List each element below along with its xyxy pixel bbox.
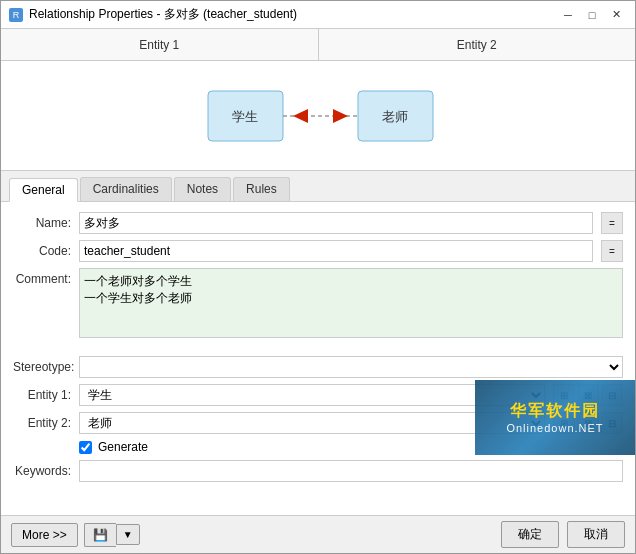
bottom-right: 确定 取消 — [501, 521, 625, 548]
keywords-row: Keywords: — [13, 460, 623, 482]
entity-header: Entity 1 Entity 2 — [1, 29, 635, 61]
title-bar: R Relationship Properties - 多对多 (teacher… — [1, 1, 635, 29]
code-input[interactable] — [79, 240, 593, 262]
name-row: Name: = — [13, 212, 623, 234]
comment-textarea[interactable]: 一个老师对多个学生 一个学生对多个老师 — [79, 268, 623, 338]
save-btn-group: 💾 ▼ — [84, 523, 140, 547]
window-icon: R — [9, 8, 23, 22]
entity1-header: Entity 1 — [1, 29, 319, 60]
tab-notes[interactable]: Notes — [174, 177, 231, 201]
entity1-label: Entity 1: — [13, 384, 71, 402]
save-button[interactable]: 💾 — [84, 523, 116, 547]
watermark: 华军软件园 Onlinedown.NET — [475, 380, 635, 455]
entity2-label: Entity 2: — [13, 412, 71, 430]
save-dropdown-button[interactable]: ▼ — [116, 524, 140, 545]
tab-cardinalities[interactable]: Cardinalities — [80, 177, 172, 201]
tab-general[interactable]: General — [9, 178, 78, 202]
svg-marker-3 — [293, 109, 308, 123]
more-button[interactable]: More >> — [11, 523, 78, 547]
keywords-input[interactable] — [79, 460, 623, 482]
title-bar-controls: ─ □ ✕ — [557, 5, 627, 25]
stereotype-select[interactable] — [79, 356, 623, 378]
comment-label: Comment: — [13, 268, 71, 286]
name-extra-btn[interactable]: = — [601, 212, 623, 234]
bottom-bar: More >> 💾 ▼ 确定 取消 — [1, 515, 635, 553]
window-title: Relationship Properties - 多对多 (teacher_s… — [29, 6, 297, 23]
maximize-button[interactable]: □ — [581, 5, 603, 25]
minimize-button[interactable]: ─ — [557, 5, 579, 25]
generate-checkbox[interactable] — [79, 441, 92, 454]
stereotype-label: Stereotype: — [13, 356, 71, 374]
relationship-diagram: 学生 老师 — [128, 71, 508, 161]
diagram-svg: 学生 老师 — [21, 71, 615, 160]
generate-label: Generate — [98, 440, 148, 454]
stereotype-row: Stereotype: — [13, 356, 623, 378]
tab-rules[interactable]: Rules — [233, 177, 290, 201]
save-icon: 💾 — [93, 528, 108, 542]
entity2-header: Entity 2 — [319, 29, 636, 60]
keywords-label: Keywords: — [13, 460, 71, 478]
main-window: R Relationship Properties - 多对多 (teacher… — [0, 0, 636, 554]
svg-text:学生: 学生 — [232, 109, 258, 124]
name-input[interactable] — [79, 212, 593, 234]
ok-button[interactable]: 确定 — [501, 521, 559, 548]
svg-text:老师: 老师 — [382, 109, 408, 124]
diagram-area: 学生 老师 — [1, 61, 635, 171]
title-bar-left: R Relationship Properties - 多对多 (teacher… — [9, 6, 297, 23]
comment-row: Comment: 一个老师对多个学生 一个学生对多个老师 — [13, 268, 623, 338]
watermark-line2: Onlinedown.NET — [506, 422, 603, 434]
svg-marker-4 — [333, 109, 348, 123]
close-button[interactable]: ✕ — [605, 5, 627, 25]
name-label: Name: — [13, 212, 71, 230]
code-row: Code: = — [13, 240, 623, 262]
tabs-bar: General Cardinalities Notes Rules — [1, 171, 635, 202]
code-label: Code: — [13, 240, 71, 258]
form-area: Name: = Code: = Comment: 一个老师对多个学生 一个学生对… — [1, 202, 635, 515]
code-extra-btn[interactable]: = — [601, 240, 623, 262]
bottom-left: More >> 💾 ▼ — [11, 523, 140, 547]
watermark-line1: 华军软件园 — [510, 401, 600, 422]
spacer — [13, 344, 623, 350]
cancel-button[interactable]: 取消 — [567, 521, 625, 548]
